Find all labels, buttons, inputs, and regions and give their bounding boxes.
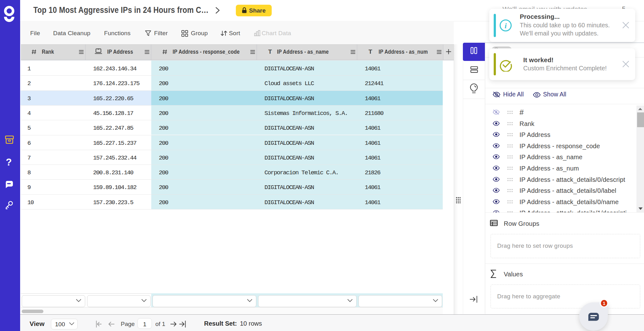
svg-text:i: i [505, 22, 507, 30]
svg-text:?: ? [6, 157, 12, 168]
